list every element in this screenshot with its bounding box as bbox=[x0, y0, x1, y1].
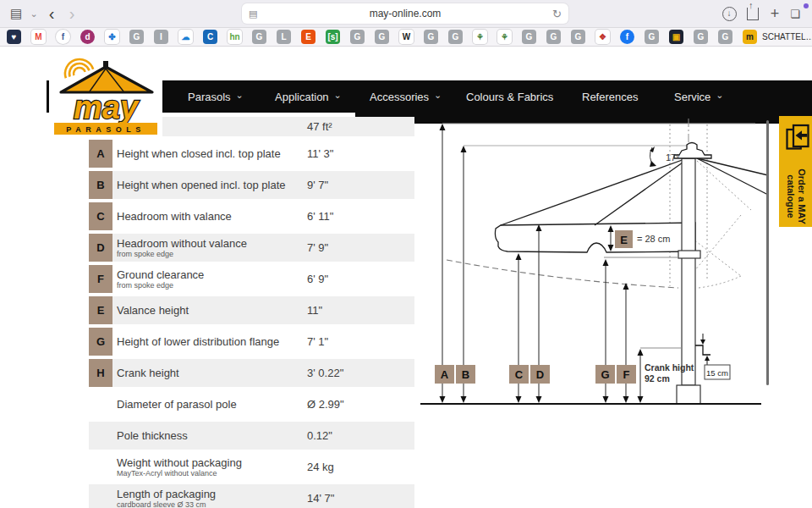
bookmark-favicon[interactable]: W bbox=[399, 30, 414, 44]
logo-sun-icon bbox=[62, 56, 94, 79]
reader-icon[interactable]: ▤ bbox=[249, 8, 257, 19]
bookmark-label[interactable]: SCHATTEL… bbox=[762, 32, 812, 41]
new-tab-button[interactable]: + bbox=[766, 0, 783, 27]
bookmark-favicon[interactable]: L bbox=[277, 30, 291, 44]
spec-value: 0.12" bbox=[307, 429, 332, 442]
svg-text:G: G bbox=[601, 368, 609, 381]
svg-text:B: B bbox=[462, 368, 469, 381]
bookmark-favicon[interactable]: E bbox=[301, 30, 315, 44]
bookmark-favicon[interactable]: ▣ bbox=[669, 30, 683, 44]
spec-label: Crank height bbox=[117, 367, 179, 379]
spec-letter-cell: F bbox=[89, 265, 112, 293]
spec-value: 3' 0.22" bbox=[307, 367, 343, 379]
spec-value: 7' 9" bbox=[307, 241, 328, 254]
tab-overview-button[interactable]: ❏ bbox=[787, 0, 804, 27]
bookmark-favicon[interactable]: C bbox=[203, 30, 217, 44]
bookmark-favicon[interactable]: ✤ bbox=[105, 30, 119, 44]
crank-label: Crank hight bbox=[645, 362, 694, 373]
sidebar-icon[interactable]: ▤ bbox=[7, 0, 25, 27]
reload-icon[interactable]: ↻ bbox=[552, 8, 562, 20]
nav-item-parasols[interactable]: Parasols⌄ bbox=[188, 80, 244, 113]
spec-letter-cell: B bbox=[89, 171, 112, 199]
bookmark-favicon[interactable]: hn bbox=[228, 30, 242, 44]
bookmark-favicon[interactable]: f bbox=[620, 30, 634, 44]
bookmark-favicon[interactable]: G bbox=[350, 30, 365, 44]
address-bar[interactable]: ▤ may-online.com ↻ bbox=[242, 3, 568, 24]
spec-letter-cell: D bbox=[89, 234, 112, 262]
spec-row: BHeight when opened incl. top plate9' 7" bbox=[89, 171, 414, 199]
spec-row: Weight without packagingMayTex-Acryl wit… bbox=[89, 453, 414, 481]
nav-item-service[interactable]: Service⌄ bbox=[674, 80, 724, 113]
bookmark-favicon[interactable]: G bbox=[375, 30, 389, 44]
svg-text:F: F bbox=[623, 368, 630, 381]
crank-value: 92 cm bbox=[645, 373, 670, 384]
nav-item-colours-fabrics[interactable]: Colours & Fabrics bbox=[466, 80, 553, 113]
bookmark-favicon[interactable]: f bbox=[56, 30, 70, 44]
bookmark-favicon[interactable]: G bbox=[645, 30, 659, 44]
spec-value: 24 kg bbox=[307, 461, 334, 473]
svg-text:A: A bbox=[441, 368, 449, 381]
profile-dot bbox=[804, 3, 809, 8]
bookmark-favicon[interactable]: G bbox=[718, 30, 732, 44]
back-button[interactable]: ‹ bbox=[44, 0, 59, 27]
nav-item-label: Accessories bbox=[370, 91, 429, 103]
spec-sublabel: MayTex-Acryl without valance bbox=[117, 469, 242, 478]
swing-arc bbox=[447, 260, 678, 288]
spec-letter-cell: A bbox=[89, 140, 112, 168]
nav-item-application[interactable]: Application⌄ bbox=[275, 80, 342, 113]
logo-subtitle: PARASOLS bbox=[66, 125, 145, 134]
spec-letter-cell: H bbox=[89, 359, 112, 387]
spec-value: 9' 7" bbox=[307, 179, 328, 191]
bookmark-favicon[interactable]: ♥ bbox=[7, 30, 21, 44]
url-text: may-online.com bbox=[370, 8, 442, 19]
bookmark-favicon[interactable]: ☁ bbox=[178, 30, 193, 44]
chevron-down-icon: ⌄ bbox=[434, 90, 442, 101]
bookmark-favicon[interactable]: m bbox=[743, 30, 757, 44]
page-scrollbar[interactable] bbox=[766, 120, 769, 385]
bookmarks-bar: ♥Mfd✤GI☁ChnGLE[s]GGWGG⚘⚘GGG❖fG▣GGmSCHATT… bbox=[0, 28, 812, 47]
bookmark-favicon[interactable]: I bbox=[154, 30, 168, 44]
spec-label: Diameter of parasol pole bbox=[117, 399, 237, 411]
spec-value: Ø 2.99" bbox=[307, 398, 344, 411]
bookmark-favicon[interactable]: ❖ bbox=[595, 30, 610, 44]
lower-flange bbox=[678, 251, 700, 258]
spec-value: 6' 9" bbox=[307, 273, 328, 285]
spec-sublabel: cardboard sleeve Ø 33 cm bbox=[117, 500, 216, 508]
spec-table: 47 ft²AHeight when closed incl. top plat… bbox=[89, 117, 414, 508]
bookmark-favicon[interactable]: G bbox=[546, 30, 561, 44]
spec-value: 14' 7" bbox=[307, 492, 334, 505]
chevron-down-icon: ⌄ bbox=[236, 90, 244, 101]
spec-row: EValance height11" bbox=[89, 296, 414, 324]
bookmark-favicon[interactable]: ⚘ bbox=[473, 30, 487, 44]
bookmark-favicon[interactable]: [s] bbox=[326, 30, 340, 44]
nav-item-accessories[interactable]: Accessories⌄ bbox=[370, 80, 442, 113]
logo[interactable]: may PARASOLS bbox=[49, 48, 162, 136]
bookmark-favicon[interactable]: G bbox=[448, 30, 463, 44]
order-catalogue-tab[interactable]: Order a MAY catalogue bbox=[779, 116, 812, 227]
spec-label: Headroom with valance bbox=[117, 211, 232, 223]
bookmark-favicon[interactable]: d bbox=[80, 30, 95, 44]
spec-row: FGround clearancefrom spoke edge6' 9" bbox=[89, 265, 414, 293]
spec-row: Pole thickness0.12" bbox=[89, 422, 414, 450]
bookmark-favicon[interactable]: G bbox=[694, 30, 708, 44]
bookmark-favicon[interactable]: G bbox=[129, 30, 144, 44]
bookmark-favicon[interactable]: G bbox=[571, 30, 585, 44]
share-button[interactable] bbox=[744, 0, 761, 27]
pole-base bbox=[677, 385, 700, 404]
chevron-down-icon[interactable]: ⌄ bbox=[27, 0, 41, 27]
bookmark-favicon[interactable]: G bbox=[424, 30, 438, 44]
spec-label: Height when opened incl. top plate bbox=[117, 179, 285, 191]
dimension-markers: A B C D G F bbox=[435, 365, 636, 384]
spec-row: Length of packagingcardboard sleeve Ø 33… bbox=[89, 484, 414, 508]
bookmark-favicon[interactable]: G bbox=[252, 30, 266, 44]
spec-label: Headroom without valancefrom spoke edge bbox=[117, 238, 247, 258]
nav-item-label: Service bbox=[674, 91, 710, 103]
bookmark-favicon[interactable]: M bbox=[31, 30, 46, 44]
bookmark-favicon[interactable]: G bbox=[522, 30, 536, 44]
forward-button[interactable]: › bbox=[64, 0, 80, 27]
spec-letter-cell: E bbox=[89, 296, 112, 324]
bookmark-favicon[interactable]: ⚘ bbox=[497, 30, 512, 44]
downloads-button[interactable]: ↓ bbox=[721, 0, 738, 27]
catalogue-tab-text: Order a MAY catalogue bbox=[785, 157, 807, 236]
nav-item-references[interactable]: References bbox=[582, 80, 638, 113]
